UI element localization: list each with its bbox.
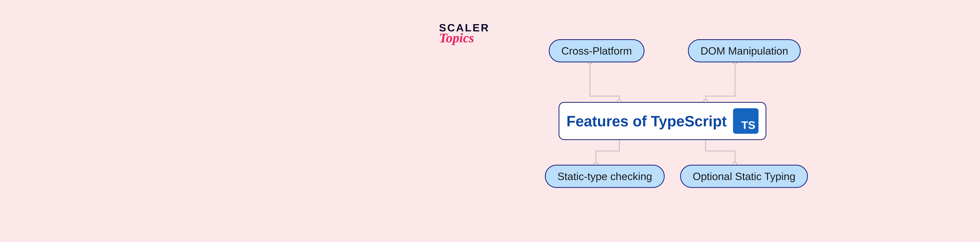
- center-title: Features of TypeScript: [566, 113, 727, 130]
- feature-static-type-checking: Static-type checking: [545, 165, 665, 188]
- feature-label: DOM Manipulation: [700, 45, 788, 57]
- feature-label: Optional Static Typing: [693, 170, 795, 182]
- feature-label: Static-type checking: [557, 170, 652, 182]
- feature-dom-manipulation: DOM Manipulation: [688, 39, 801, 62]
- scaler-logo: SCALER Topics: [439, 22, 490, 46]
- typescript-icon: TS: [733, 108, 759, 134]
- feature-cross-platform: Cross-Platform: [549, 39, 644, 62]
- features-diagram: Cross-Platform DOM Manipulation Features…: [537, 39, 851, 188]
- feature-label: Cross-Platform: [562, 45, 632, 57]
- center-box: Features of TypeScript TS: [558, 102, 766, 140]
- ts-badge-text: TS: [741, 119, 756, 131]
- feature-optional-static-typing: Optional Static Typing: [680, 165, 808, 188]
